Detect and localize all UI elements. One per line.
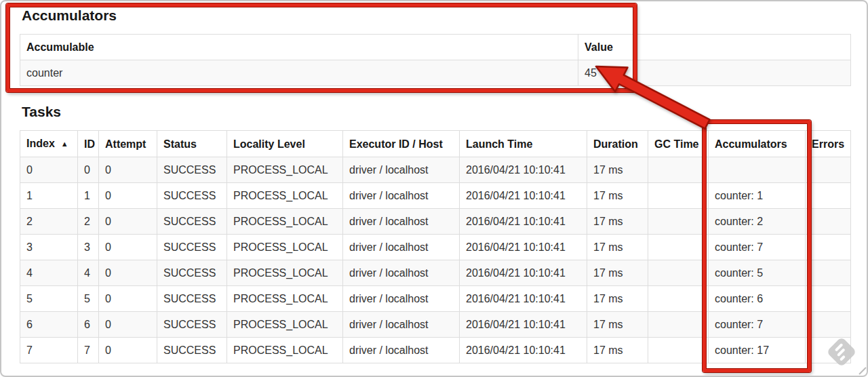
task-cell: PROCESS_LOCAL	[227, 338, 343, 363]
column-header-label: Duration	[593, 138, 638, 150]
task-cell: 17 ms	[587, 338, 648, 363]
task-cell: 1	[78, 183, 99, 209]
task-cell: 2016/04/21 10:10:41	[460, 312, 587, 338]
column-header-accumulable[interactable]: Accumulable	[20, 35, 578, 60]
task-cell: 5	[20, 286, 78, 312]
task-cell: PROCESS_LOCAL	[227, 260, 343, 286]
task-cell: 17 ms	[587, 235, 648, 260]
column-header-status[interactable]: Status	[157, 131, 227, 157]
task-cell: driver / localhost	[343, 338, 460, 363]
task-cell: 2	[20, 209, 78, 235]
task-cell: SUCCESS	[157, 183, 227, 209]
column-header-accumulators[interactable]: Accumulators	[709, 131, 806, 157]
accumulator-row: counter 45	[20, 60, 851, 86]
task-row: 440SUCCESSPROCESS_LOCALdriver / localhos…	[20, 260, 851, 286]
column-header-label: Status	[163, 138, 197, 150]
column-header-label: GC Time	[654, 138, 699, 150]
task-row: 110SUCCESSPROCESS_LOCALdriver / localhos…	[20, 183, 851, 209]
task-cell: driver / localhost	[343, 183, 460, 209]
task-cell: counter: 2	[709, 209, 806, 235]
tasks-header-row: Index▲IDAttemptStatusLocality LevelExecu…	[20, 131, 851, 157]
column-header-locality-level[interactable]: Locality Level	[227, 131, 343, 157]
task-row: 220SUCCESSPROCESS_LOCALdriver / localhos…	[20, 209, 851, 235]
column-header-label: ID	[84, 138, 95, 150]
task-cell: 17 ms	[587, 286, 648, 312]
accumulable-name-cell: counter	[20, 60, 578, 86]
resize-corner-mark	[858, 366, 867, 376]
task-cell: 2016/04/21 10:10:41	[460, 286, 587, 312]
task-row: 330SUCCESSPROCESS_LOCALdriver / localhos…	[20, 235, 851, 260]
task-cell: 0	[99, 312, 157, 338]
task-cell: counter: 7	[709, 312, 806, 338]
task-cell: 7	[20, 338, 78, 363]
task-cell: 3	[78, 235, 99, 260]
task-cell: SUCCESS	[157, 235, 227, 260]
task-cell	[648, 312, 709, 338]
task-cell	[806, 312, 851, 338]
task-cell	[648, 338, 709, 363]
task-cell: counter: 17	[709, 338, 806, 363]
column-header-label: Executor ID / Host	[349, 138, 443, 150]
accumulators-heading: Accumulators	[22, 8, 851, 23]
task-cell: 2016/04/21 10:10:41	[460, 157, 587, 183]
column-header-label: Index	[26, 138, 55, 149]
tasks-heading: Tasks	[22, 104, 851, 119]
column-header-duration[interactable]: Duration	[587, 131, 648, 157]
task-cell	[648, 183, 709, 209]
column-header-gc-time[interactable]: GC Time	[648, 131, 709, 157]
accumulators-table: Accumulable Value counter 45	[20, 34, 851, 86]
task-cell: driver / localhost	[343, 235, 460, 260]
task-cell: 4	[20, 260, 78, 286]
column-header-launch-time[interactable]: Launch Time	[460, 131, 587, 157]
task-cell: PROCESS_LOCAL	[227, 183, 343, 209]
task-cell	[806, 260, 851, 286]
task-cell: counter: 7	[709, 235, 806, 260]
task-cell: 0	[99, 183, 157, 209]
task-cell: PROCESS_LOCAL	[227, 286, 343, 312]
task-cell: counter: 1	[709, 183, 806, 209]
task-cell	[648, 235, 709, 260]
task-cell: SUCCESS	[157, 209, 227, 235]
sort-ascending-icon: ▲	[61, 140, 68, 148]
task-cell: 2016/04/21 10:10:41	[460, 209, 587, 235]
task-row: 770SUCCESSPROCESS_LOCALdriver / localhos…	[20, 338, 851, 363]
task-cell: driver / localhost	[343, 157, 460, 183]
task-cell: PROCESS_LOCAL	[227, 312, 343, 338]
task-cell: SUCCESS	[157, 286, 227, 312]
task-cell: 17 ms	[587, 260, 648, 286]
task-row: 550SUCCESSPROCESS_LOCALdriver / localhos…	[20, 286, 851, 312]
task-cell	[648, 209, 709, 235]
task-cell: PROCESS_LOCAL	[227, 235, 343, 260]
column-header-attempt[interactable]: Attempt	[99, 131, 157, 157]
column-header-index[interactable]: Index▲	[20, 131, 78, 157]
task-cell: 0	[99, 260, 157, 286]
task-cell: driver / localhost	[343, 286, 460, 312]
task-row: 000SUCCESSPROCESS_LOCALdriver / localhos…	[20, 157, 851, 183]
column-header-label: Attempt	[105, 138, 146, 150]
task-cell: driver / localhost	[343, 209, 460, 235]
accumulable-value-cell: 45	[578, 60, 851, 86]
task-cell	[648, 260, 709, 286]
task-cell: 17 ms	[587, 312, 648, 338]
task-cell	[709, 157, 806, 183]
column-header-id[interactable]: ID	[78, 131, 99, 157]
task-cell: counter: 5	[709, 260, 806, 286]
column-header-executor-id-host[interactable]: Executor ID / Host	[343, 131, 460, 157]
task-cell: 2	[78, 209, 99, 235]
task-cell: SUCCESS	[157, 157, 227, 183]
column-header-label: Accumulators	[715, 138, 787, 150]
task-cell: 6	[20, 312, 78, 338]
column-header-label: Errors	[812, 138, 844, 150]
column-header-errors[interactable]: Errors	[806, 131, 851, 157]
task-cell	[806, 338, 851, 363]
column-header-label: Locality Level	[233, 138, 305, 150]
task-cell: 0	[99, 235, 157, 260]
task-cell: 2016/04/21 10:10:41	[460, 183, 587, 209]
column-header-label: Launch Time	[466, 138, 532, 150]
task-cell	[806, 157, 851, 183]
column-header-value[interactable]: Value	[578, 35, 851, 60]
task-cell: 0	[99, 209, 157, 235]
task-cell: 1	[20, 183, 78, 209]
task-cell	[648, 286, 709, 312]
task-cell: PROCESS_LOCAL	[227, 157, 343, 183]
